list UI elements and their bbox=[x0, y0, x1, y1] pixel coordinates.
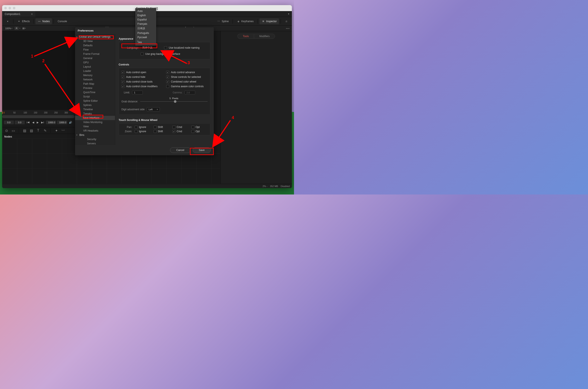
maximize-window-button[interactable] bbox=[13, 7, 15, 9]
tools-tab[interactable]: Tools bbox=[238, 34, 254, 39]
sidebar-item-memory[interactable]: Memory bbox=[75, 73, 115, 77]
sidebar-item-3dview[interactable]: 3D View bbox=[75, 39, 115, 43]
lang-option[interactable]: Español bbox=[135, 17, 156, 22]
slider-thumb[interactable] bbox=[174, 100, 176, 103]
prev-keyframe-button[interactable]: ⦀◀ bbox=[26, 121, 31, 124]
pan-shift-checkbox[interactable] bbox=[154, 126, 157, 129]
sidebar-item-gpu[interactable]: GPU bbox=[75, 60, 115, 65]
sidebar-item-splines[interactable]: Splines bbox=[75, 103, 115, 107]
sidebar-item-general[interactable]: General bbox=[75, 56, 115, 60]
save-button[interactable]: Save bbox=[193, 147, 211, 153]
zoom-shift-checkbox[interactable] bbox=[154, 130, 157, 133]
gammaaware-checkbox[interactable] bbox=[166, 85, 169, 88]
sidebar-item-script[interactable]: Script bbox=[75, 95, 115, 99]
sidebar-item-security[interactable]: Security bbox=[75, 137, 115, 141]
tool-icon-8[interactable]: 〰 bbox=[61, 129, 65, 133]
autohide-checkbox[interactable] bbox=[121, 75, 124, 78]
zoom-level-1[interactable]: 100%▾ bbox=[4, 27, 14, 30]
lang-option[interactable]: English bbox=[135, 13, 156, 17]
effects-button[interactable]: ✦Effects bbox=[15, 18, 32, 24]
localized-checkbox[interactable] bbox=[164, 46, 167, 49]
lang-option[interactable]: Português bbox=[135, 31, 156, 35]
sidebar-item-tweaks[interactable]: Tweaks bbox=[75, 112, 115, 116]
showselected-checkbox[interactable] bbox=[166, 75, 169, 78]
autoclosemod-checkbox[interactable] bbox=[121, 85, 124, 88]
sidebar-item-flow[interactable]: Flow bbox=[75, 48, 115, 52]
cancel-button[interactable]: Cancel bbox=[170, 147, 190, 153]
minimize-window-button[interactable] bbox=[8, 7, 11, 9]
modifiers-tab[interactable]: Modifiers bbox=[254, 34, 275, 39]
speaker-icon[interactable]: 🔊 bbox=[68, 121, 73, 124]
console-button[interactable]: Console bbox=[55, 18, 69, 24]
pan-opt-checkbox[interactable] bbox=[191, 126, 194, 129]
play-button[interactable]: ▶ bbox=[36, 121, 39, 124]
sidebar-item-userinterface[interactable]: User Interface bbox=[75, 116, 115, 120]
keyframes-button[interactable]: ◈Keyframes bbox=[235, 18, 256, 24]
inspector-button[interactable]: ✖Inspector bbox=[259, 18, 279, 24]
sidebar-group-bins[interactable]: ▾Bins bbox=[75, 133, 115, 137]
composition-tab[interactable]: Composition1 × bbox=[2, 11, 35, 17]
sidebar-item-network[interactable]: Network bbox=[75, 77, 115, 82]
text-tool-icon[interactable]: T bbox=[36, 129, 40, 133]
combinedwheel-checkbox[interactable] bbox=[166, 80, 169, 83]
sidebar-item-pathmap[interactable]: Path Map bbox=[75, 82, 115, 86]
current-frame-2[interactable]: 0.0 bbox=[15, 121, 25, 124]
lang-option[interactable]: ไทย bbox=[135, 39, 156, 45]
nodes-button[interactable]: ⊶Nodes bbox=[35, 18, 52, 24]
tool-icon-4[interactable]: ▧ bbox=[29, 129, 34, 133]
sidebar-item-videomonitoring[interactable]: Video Monitoring bbox=[75, 120, 115, 124]
sidebar-item-preview[interactable]: Preview bbox=[75, 86, 115, 90]
sidebar-item-defaults[interactable]: Defaults bbox=[75, 43, 115, 48]
close-window-button[interactable] bbox=[4, 7, 7, 9]
timeline-ruler[interactable]: 0 50 100 150 200 250 300 bbox=[2, 110, 75, 115]
end-frame-1[interactable]: 1000.0 bbox=[46, 121, 56, 124]
tabs-menu-icon[interactable]: ▼ bbox=[285, 13, 292, 15]
sidebar-item-frameformat[interactable]: Frame Format bbox=[75, 52, 115, 56]
autoopen-checkbox[interactable] bbox=[121, 71, 124, 74]
sidebar-item-servers[interactable]: Servers bbox=[75, 141, 115, 145]
close-tab-icon[interactable]: × bbox=[31, 12, 33, 16]
sidebar-item-view[interactable]: View bbox=[75, 124, 115, 129]
zoom-cmd-checkbox[interactable] bbox=[173, 130, 175, 133]
more-options-icon[interactable]: ••• bbox=[286, 27, 290, 30]
sidebar-item-layout[interactable]: Layout bbox=[75, 65, 115, 69]
tool-icon-3[interactable]: ▨ bbox=[22, 129, 27, 133]
lang-option[interactable]: Français bbox=[135, 22, 156, 26]
graybg-checkbox[interactable] bbox=[140, 52, 143, 56]
pan-ignore-checkbox[interactable] bbox=[135, 126, 138, 129]
sidebar-group-global[interactable]: ▾Global and Default Settings bbox=[75, 35, 115, 39]
monitor-button[interactable]: ⎚ bbox=[282, 18, 290, 24]
lang-option[interactable]: Русский bbox=[135, 35, 156, 39]
current-frame-1[interactable]: 0.0 bbox=[4, 121, 14, 124]
zoom-ignore-checkbox[interactable] bbox=[135, 130, 138, 133]
limit-input[interactable] bbox=[132, 91, 143, 95]
view-menu-1[interactable]: ▤▾ bbox=[21, 27, 27, 30]
digit-side-select[interactable]: Left▾ bbox=[147, 107, 160, 112]
zoom-opt-checkbox[interactable] bbox=[191, 130, 194, 133]
tool-icon-1[interactable]: ⊙ bbox=[4, 129, 8, 133]
sidebar-item-timeline[interactable]: Timeline bbox=[75, 107, 115, 112]
end-frame-2[interactable]: 1000.0 bbox=[57, 121, 67, 124]
brush-tool-icon[interactable]: ✎ bbox=[43, 129, 47, 133]
autoadvance-checkbox[interactable] bbox=[166, 71, 169, 74]
preferences-sidebar[interactable]: ▾Global and Default Settings 3D View Def… bbox=[75, 34, 115, 145]
tool-icon-7[interactable]: ✦ bbox=[54, 129, 59, 133]
grab-distance-slider[interactable]: 5 Pixels bbox=[140, 101, 208, 102]
play-reverse-button[interactable]: ◀ bbox=[31, 121, 35, 124]
viewer-pane[interactable] bbox=[2, 31, 75, 110]
gamma-input[interactable] bbox=[185, 91, 195, 95]
sidebar-item-vrheadsets[interactable]: VR Headsets bbox=[75, 129, 115, 133]
sidebar-item-splineeditor[interactable]: Spline Editor bbox=[75, 99, 115, 103]
sidebar-item-loader[interactable]: Loader bbox=[75, 69, 115, 73]
spline-button[interactable]: 〰Spline bbox=[215, 18, 231, 24]
tool-icon-2[interactable]: ▭ bbox=[11, 129, 15, 133]
next-keyframe-button[interactable]: ▶⦀ bbox=[40, 121, 45, 124]
lang-option[interactable]: 日本語 bbox=[135, 26, 156, 31]
pan-cmd-checkbox[interactable] bbox=[173, 126, 175, 129]
sidebar-item-quicktime[interactable]: QuickTime bbox=[75, 90, 115, 95]
timeline-scrubber[interactable] bbox=[2, 115, 75, 118]
language-select[interactable]: 简体中文 bbox=[140, 45, 158, 50]
toolbar-dropdown-button[interactable]: ▾ bbox=[4, 18, 11, 24]
view-a-badge[interactable]: A bbox=[14, 27, 19, 30]
autoclosetools-checkbox[interactable] bbox=[121, 80, 124, 83]
